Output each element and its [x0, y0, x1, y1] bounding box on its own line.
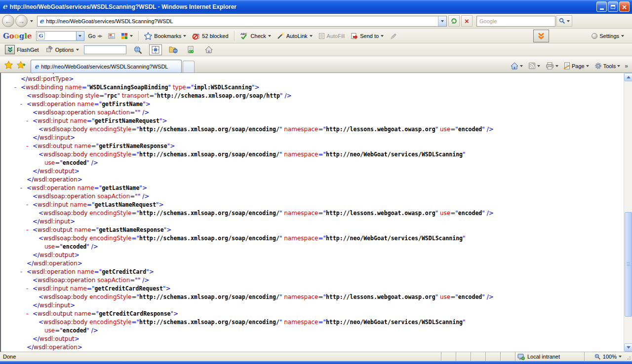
favorites-star-icon [4, 61, 13, 69]
page-dropdown-icon[interactable] [586, 65, 589, 67]
toolbar-overflow-chevron[interactable]: » [624, 63, 629, 70]
settings-label: Settings [599, 33, 619, 39]
ie-logo-icon: e [2, 3, 7, 10]
resize-grip[interactable] [625, 352, 632, 361]
settings-dropdown-icon[interactable] [621, 35, 624, 37]
popup-blocker-button[interactable]: 52 blocked [190, 31, 230, 41]
collapse-marker[interactable]: - [26, 201, 33, 209]
settings-button[interactable]: Settings [590, 32, 626, 40]
bookmarks-label: Bookmarks [154, 33, 181, 39]
flashget-drop-icon [537, 32, 545, 40]
collapse-marker[interactable]: - [26, 142, 33, 150]
collapse-marker[interactable]: - [14, 83, 21, 92]
zoom-dropdown-icon[interactable] [619, 356, 622, 358]
combo-dropdown-icon[interactable] [76, 32, 84, 40]
autofill-button[interactable]: AutoFill [316, 32, 347, 40]
flashget-button[interactable]: FlashGet [3, 44, 41, 55]
collapse-marker[interactable]: - [26, 117, 33, 125]
print-dropdown-icon[interactable] [555, 65, 558, 67]
address-dropdown-button[interactable] [438, 16, 446, 26]
tab-active[interactable]: e http://neo/WebGoat/services/WSDLScanni… [31, 60, 182, 73]
home-dropdown-icon[interactable] [520, 65, 523, 67]
flashget-search-input[interactable] [84, 45, 126, 54]
search-site-button[interactable] [119, 32, 135, 40]
collapse-marker[interactable]: - [20, 268, 27, 276]
restore-button[interactable] [608, 1, 618, 12]
favorites-button[interactable] [2, 58, 15, 71]
page-menu-label: Page [572, 63, 585, 69]
collapse-marker[interactable]: - [26, 226, 33, 234]
search-news-button[interactable] [106, 32, 117, 40]
flashget-dropzone[interactable] [533, 30, 549, 42]
options-dropdown-icon[interactable] [76, 49, 79, 51]
flashget-download-page-button[interactable] [185, 44, 198, 55]
folder-globe-icon [169, 46, 178, 53]
google-go-button[interactable]: Go ◂▸ [86, 32, 105, 40]
xml-line: </wsdl:output> [1, 335, 624, 343]
minimize-button[interactable] [596, 1, 607, 12]
address-input[interactable] [46, 18, 438, 24]
page-menu-button[interactable]: Page [562, 61, 591, 71]
bookmarks-dropdown-icon[interactable] [183, 35, 186, 37]
stop-button[interactable]: × [461, 15, 473, 27]
print-button[interactable] [544, 61, 560, 71]
check-label: Check [251, 33, 266, 39]
check-dropdown-icon[interactable] [268, 35, 271, 37]
flashget-options-button[interactable]: Options [44, 45, 81, 54]
scroll-up-button[interactable] [624, 73, 632, 81]
scrollbar-thumb[interactable] [625, 212, 632, 317]
flashget-search-web-button[interactable] [131, 44, 144, 55]
google-search-combo[interactable]: G [36, 31, 84, 41]
xml-line: -<wsdl:output name="getFirstNameResponse… [1, 142, 624, 150]
xml-line: <wsdlsoap:operation soapAction="" /> [1, 276, 624, 285]
apps-dropdown-icon[interactable] [130, 35, 133, 37]
status-bar: Done Local intranet 100% [0, 352, 632, 361]
forward-button[interactable]: → [15, 15, 28, 27]
flashget-site-explorer-button[interactable] [167, 44, 180, 55]
feeds-dropdown-icon[interactable] [537, 65, 540, 67]
flashget-capture-button[interactable] [149, 44, 162, 55]
home-button[interactable] [509, 61, 525, 71]
collapse-marker[interactable]: - [20, 184, 27, 192]
search-go-button[interactable] [556, 15, 572, 27]
xml-line: -<wsdl:binding name="WSDLScanningSoapBin… [1, 83, 624, 92]
back-button[interactable]: ← [2, 15, 14, 27]
tools-menu-button[interactable]: Tools [592, 61, 623, 71]
vertical-scrollbar[interactable] [624, 73, 632, 352]
flashget-home-button[interactable] [202, 44, 215, 55]
xml-line: </wsdl:portType> [1, 75, 624, 83]
feeds-button[interactable] [526, 61, 542, 71]
autofill-label: AutoFill [327, 33, 345, 39]
autolink-dropdown-icon[interactable] [310, 35, 313, 37]
xml-line: use="encoded" /> [1, 159, 624, 167]
add-favorite-button[interactable] [15, 58, 28, 71]
autolink-label: AutoLink [286, 33, 308, 39]
history-dropdown-icon[interactable] [30, 20, 33, 22]
scroll-down-button[interactable] [624, 343, 632, 352]
xml-line: <wsdlsoap:body encodingStyle="http://sch… [1, 234, 624, 243]
search-options-dropdown-icon[interactable] [567, 20, 570, 22]
zoom-control[interactable]: 100% [584, 352, 625, 361]
xml-line: </wsdl:output> [1, 167, 624, 176]
collapse-marker[interactable]: - [26, 310, 33, 318]
collapse-marker[interactable]: - [20, 100, 27, 109]
xml-line: <wsdlsoap:operation soapAction="" /> [1, 109, 624, 117]
highlighter-button[interactable] [388, 32, 398, 40]
close-button[interactable]: × [619, 1, 630, 12]
sendto-button[interactable]: Send to [349, 32, 386, 40]
options-hammer-icon [46, 46, 53, 53]
refresh-button[interactable] [448, 15, 460, 27]
sendto-dropdown-icon[interactable] [381, 35, 384, 37]
xml-line: </wsdl:output> [1, 251, 624, 259]
collapse-marker[interactable]: - [26, 285, 33, 293]
new-tab-button[interactable] [183, 61, 195, 73]
bookmarks-button[interactable]: Bookmarks [142, 31, 188, 41]
autolink-button[interactable]: AutoLink [275, 31, 315, 40]
xml-line: <wsdlsoap:body encodingStyle="http://sch… [1, 209, 624, 218]
spellcheck-button[interactable]: ABC Check [238, 31, 273, 41]
search-input[interactable] [477, 18, 555, 24]
tools-dropdown-icon[interactable] [617, 65, 620, 67]
flashget-icon [5, 45, 15, 54]
search-icon [559, 18, 565, 24]
tab-page-icon: e [35, 63, 39, 70]
